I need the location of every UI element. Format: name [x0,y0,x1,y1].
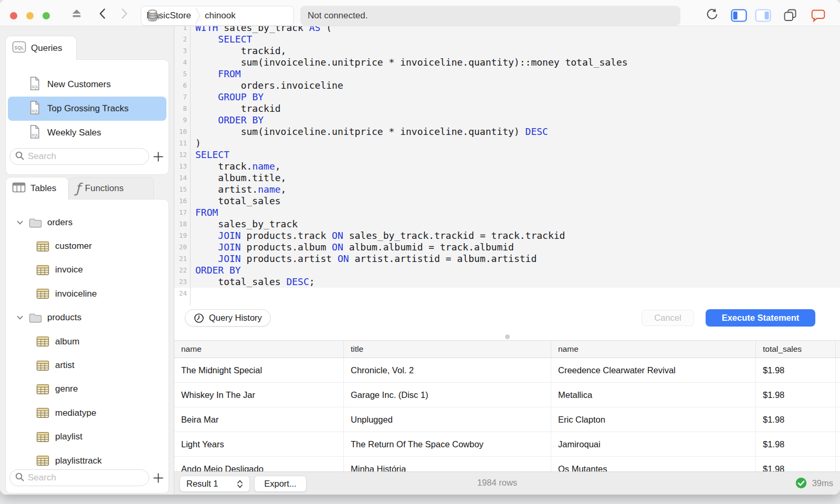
tree-table-row[interactable]: customer [6,234,169,258]
line-number: 20 [174,242,187,253]
table-cell[interactable]: Ando Meio Desligado [174,457,344,471]
search-icon [15,151,24,162]
table-cell[interactable]: $1.98 [756,457,836,471]
sql-text: total_sales [195,195,281,206]
result-selector[interactable]: Result 1 [180,476,250,492]
tree-folder-row[interactable]: orders [6,211,169,234]
database-icon [146,9,159,23]
cancel-button[interactable]: Cancel [642,310,694,326]
table-label: album [55,337,79,347]
tree-folder-row[interactable]: products [6,306,169,330]
table-cell[interactable]: Creedence Clearwater Revival [551,358,756,382]
table-cell[interactable]: $1.98 [756,358,836,382]
execute-statement-button[interactable]: Execute Statement [706,309,815,327]
table-cell[interactable]: Whiskey In The Jar [174,383,344,407]
chevron-down-icon[interactable] [16,315,24,320]
tree-table-row[interactable]: genre [6,377,169,401]
sql-text: album.title, [195,172,286,183]
up-down-chevrons-icon [237,479,243,489]
table-row[interactable]: Light YearsThe Return Of The Space Cowbo… [174,432,840,457]
table-cell[interactable]: Chronicle, Vol. 2 [344,358,551,382]
add-query-button[interactable] [152,150,164,163]
table-cell[interactable]: Metallica [551,383,756,407]
code-line: WITH sales_by_track AS ( [195,26,332,34]
tables-search-field[interactable] [9,469,149,486]
splitter-handle[interactable] [505,334,510,339]
table-cell[interactable]: Unplugged [344,407,551,432]
window-stack-icon[interactable] [783,8,797,22]
tab-tables[interactable]: Tables [5,177,69,200]
table-row[interactable]: Ando Meio DesligadoMinha HistóriaOs Muta… [174,457,840,471]
toggle-left-panel-icon[interactable] [731,9,747,22]
sql-text [195,68,218,79]
export-button[interactable]: Export... [254,476,307,492]
table-cell[interactable]: Jamiroquai [551,432,756,456]
column-header[interactable]: name [551,341,756,358]
tab-functions[interactable]: ƒ Functions [69,177,154,199]
sql-text [195,242,218,253]
svg-text:SQL: SQL [32,109,39,113]
eject-icon[interactable] [70,8,83,19]
query-history-button[interactable]: Query History [185,309,271,327]
table-row[interactable]: Whiskey In The JarGarage Inc. (Disc 1)Me… [174,383,840,407]
line-number: 22 [174,265,187,276]
column-header[interactable]: name [174,341,344,358]
sidebar-item-query[interactable]: SQLTop Grossing Tracks [8,97,166,121]
export-label: Export... [264,479,296,489]
tree-table-row[interactable]: invoice [6,258,169,282]
table-cell[interactable]: Minha História [344,457,551,471]
table-cell[interactable]: The Return Of The Space Cowboy [344,432,551,456]
table-row[interactable]: Beira MarUnpluggedEric Clapton$1.98 [174,407,840,432]
line-number: 7 [174,91,187,103]
tree-table-row[interactable]: album [6,330,169,353]
code-line: SELECT [195,149,229,161]
table-cell[interactable]: $1.98 [756,407,836,432]
table-cell[interactable]: Os Mutantes [551,457,756,471]
queries-search-input[interactable] [28,151,144,162]
minimize-window-button[interactable] [26,12,34,19]
feedback-bubble-icon[interactable] [811,8,826,23]
queries-search-field[interactable] [9,148,149,165]
table-cell[interactable]: Beira Mar [174,407,344,432]
back-button[interactable] [98,8,108,19]
code-line: sales_by_track [195,218,298,230]
sql-keyword: FROM [218,68,240,79]
table-icon [36,265,49,276]
sql-text: orders.invoiceline [195,80,343,91]
bottom-bar: Result 1 Export... 1984 rows 39ms [174,471,840,495]
chevron-down-icon[interactable] [16,220,24,225]
sidebar-item-query[interactable]: SQLWeekly Sales [8,121,166,145]
refresh-icon[interactable] [705,8,718,20]
tree-table-row[interactable]: mediatype [6,401,169,425]
close-window-button[interactable] [10,12,17,19]
forward-button[interactable] [119,8,129,19]
code-line: sum(invoiceline.unitprice * invoiceline.… [195,57,628,68]
tree-table-row[interactable]: invoiceline [6,282,169,306]
tables-search-input[interactable] [28,472,144,483]
table-cell[interactable]: The Midnight Special [174,358,344,382]
column-header[interactable]: title [344,341,551,358]
column-header[interactable]: total_sales [756,341,836,358]
tree-table-row[interactable]: playlist [6,425,169,449]
table-cell[interactable]: $1.98 [756,383,836,407]
line-number: 9 [174,114,187,126]
sql-editor[interactable]: 123456789101112131415161718192021222324 … [174,26,840,306]
add-table-button[interactable] [152,471,164,484]
tab-queries[interactable]: SQL Queries [5,36,77,60]
table-icon [36,455,49,466]
zoom-window-button[interactable] [43,12,50,19]
toggle-right-panel-icon[interactable] [755,9,771,22]
line-number: 21 [174,253,187,265]
table-cell[interactable]: $1.98 [756,432,836,456]
tree-table-row[interactable]: artist [6,353,169,377]
table-cell[interactable]: Light Years [174,432,344,456]
table-label: playlist [55,432,82,442]
table-cell[interactable]: Eric Clapton [551,407,756,432]
breadcrumb-database[interactable]: chinook [205,10,236,21]
sidebar-item-query[interactable]: SQLNew Customers [8,72,166,97]
sql-text: , [275,161,281,172]
check-circle-icon [795,477,807,489]
svg-text:SQL: SQL [32,85,39,89]
table-cell[interactable]: Garage Inc. (Disc 1) [344,383,551,407]
table-row[interactable]: The Midnight SpecialChronicle, Vol. 2Cre… [174,358,840,383]
